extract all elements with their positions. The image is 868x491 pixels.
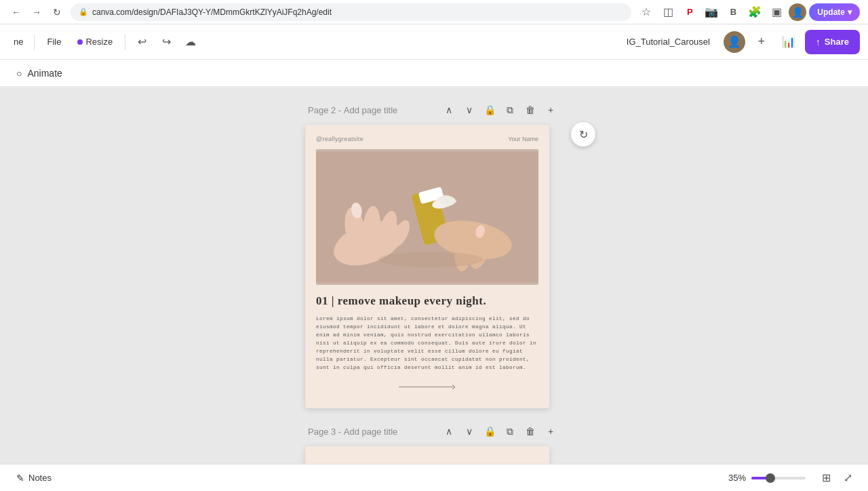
update-label: Update: [817, 7, 845, 17]
refresh-button[interactable]: ↻: [49, 4, 65, 20]
cloud-save-button[interactable]: ☁: [180, 31, 201, 53]
update-chevron: ▾: [848, 7, 852, 17]
page3-header: Page 3 - Add page title ∧ ∨ 🔒 ⧉ 🗑 +: [305, 422, 563, 441]
notes-icon: ✎: [16, 473, 24, 484]
page2-header: Page 2 - Add page title ∧ ∨ 🔒 ⧉ 🗑 +: [305, 100, 563, 119]
grid-view-button[interactable]: ⊞: [816, 469, 835, 488]
divider-2: [125, 34, 125, 50]
browser-actions: ☆ ◫ P 📷 B 🧩 ▣ 👤 Update ▾: [637, 3, 860, 22]
card-body-text: Lorem ipsum dolor sit amet, consectetur …: [316, 315, 538, 372]
arrow-line: [399, 381, 455, 392]
page2-delete-button[interactable]: 🗑: [521, 100, 540, 119]
resize-dot: [77, 39, 83, 45]
extensions-button[interactable]: ◫: [658, 3, 677, 22]
page3-actions: ∧ ∨ 🔒 ⧉ 🗑 +: [439, 422, 560, 441]
page3-section: Page 3 - Add page title ∧ ∨ 🔒 ⧉ 🗑 +: [305, 422, 563, 464]
resize-button[interactable]: Resize: [71, 31, 119, 53]
view-buttons: ⊞ ⤢: [816, 469, 857, 488]
bookmark-button[interactable]: ☆: [637, 3, 656, 22]
fullscreen-button[interactable]: ⤢: [838, 469, 857, 488]
page3-down-button[interactable]: ∨: [460, 422, 479, 441]
page2-card-container: @reallygreatsite Your Name: [305, 125, 563, 408]
forward-button[interactable]: →: [28, 4, 45, 20]
page3-up-button[interactable]: ∧: [439, 422, 458, 441]
page2-section: Page 2 - Add page title ∧ ∨ 🔒 ⧉ 🗑 + @r: [305, 100, 563, 408]
project-name: IG_Tutorial_Carousel: [618, 37, 718, 47]
share-button[interactable]: ↑ Share: [805, 30, 860, 54]
toolbar-right: IG_Tutorial_Carousel 👤 + 📊 ↑ Share: [618, 30, 860, 54]
card-handle: @reallygreatsite: [316, 136, 363, 142]
card-title: 01 | remove makeup every night.: [316, 294, 538, 308]
undo-button[interactable]: ↩: [131, 31, 153, 53]
resize-label: Resize: [85, 37, 113, 47]
card-name: Your Name: [508, 136, 538, 142]
page2-copy-button[interactable]: ⧉: [500, 100, 519, 119]
profile-avatar[interactable]: 👤: [789, 3, 806, 21]
card-arrow: [316, 381, 538, 397]
analytics-button[interactable]: 📊: [778, 31, 800, 53]
browser-bar: ← → ↻ 🔒 canva.com/design/DAFIaJ3QY-Y/MDm…: [0, 0, 868, 24]
add-collaborator-button[interactable]: +: [751, 31, 772, 53]
blocklist-button[interactable]: B: [724, 3, 743, 22]
divider-1: [34, 34, 35, 50]
address-bar[interactable]: 🔒 canva.com/design/DAFIaJ3QY-Y/MDmmGkrtK…: [71, 3, 631, 21]
notes-button[interactable]: ✎ Notes: [11, 470, 57, 486]
share-upload-icon: ↑: [816, 37, 821, 47]
page3-canvas-card[interactable]: [305, 446, 549, 464]
svg-point-14: [378, 252, 483, 267]
url-text: canva.com/design/DAFIaJ3QY-Y/MDmmGkrtKZl…: [92, 7, 332, 17]
page2-canvas-card[interactable]: @reallygreatsite Your Name: [305, 125, 549, 408]
animate-button[interactable]: ○ Animate: [11, 65, 68, 81]
zoom-level: 35%: [722, 473, 746, 483]
page2-card-inner: @reallygreatsite Your Name: [305, 125, 549, 408]
page3-add-button[interactable]: +: [541, 422, 560, 441]
home-label[interactable]: ne: [8, 37, 28, 47]
browser-nav: ← → ↻: [8, 4, 65, 20]
back-button[interactable]: ←: [8, 4, 24, 20]
user-avatar[interactable]: 👤: [724, 31, 745, 53]
file-label: File: [47, 37, 61, 47]
pinterest-button[interactable]: P: [680, 3, 699, 22]
zoom-thumb[interactable]: [766, 473, 775, 483]
page3-delete-button[interactable]: 🗑: [521, 422, 540, 441]
update-button[interactable]: Update ▾: [809, 3, 860, 21]
page3-lock-button[interactable]: 🔒: [480, 422, 499, 441]
page2-down-button[interactable]: ∨: [460, 100, 479, 119]
share-label: Share: [825, 37, 849, 47]
canvas-area[interactable]: Page 2 - Add page title ∧ ∨ 🔒 ⧉ 🗑 + @r: [0, 87, 868, 464]
animate-panel: ○ Animate: [0, 60, 868, 87]
card-header-text: @reallygreatsite Your Name: [316, 136, 538, 142]
page2-lock-button[interactable]: 🔒: [480, 100, 499, 119]
card-image-svg: [316, 149, 538, 285]
notes-label: Notes: [28, 473, 52, 483]
layout-button[interactable]: ▣: [767, 3, 786, 22]
page3-title: Page 3 - Add page title: [308, 427, 397, 437]
page2-actions: ∧ ∨ 🔒 ⧉ 🗑 +: [439, 100, 560, 119]
camera-button[interactable]: 📷: [702, 3, 721, 22]
puzzle-button[interactable]: 🧩: [745, 3, 764, 22]
page2-up-button[interactable]: ∧: [439, 100, 458, 119]
redo-button[interactable]: ↪: [155, 31, 177, 53]
bottom-bar: ✎ Notes 35% ⊞ ⤢: [0, 464, 868, 491]
zoom-controls: 35%: [722, 473, 806, 483]
canva-body: Page 2 - Add page title ∧ ∨ 🔒 ⧉ 🗑 + @r: [0, 87, 868, 464]
page2-title: Page 2 - Add page title: [308, 105, 397, 115]
file-button[interactable]: File: [40, 31, 68, 53]
page3-copy-button[interactable]: ⧉: [500, 422, 519, 441]
canva-toolbar: ne File Resize ↩ ↪ ☁ IG_Tutorial_Carouse…: [0, 24, 868, 60]
refresh-overlay-button[interactable]: ↻: [571, 122, 595, 146]
animate-label: Animate: [27, 68, 62, 79]
lock-icon: 🔒: [79, 7, 88, 16]
animate-icon: ○: [16, 68, 22, 79]
card-image: [316, 149, 538, 285]
zoom-slider[interactable]: [751, 477, 806, 479]
page2-add-button[interactable]: +: [541, 100, 560, 119]
